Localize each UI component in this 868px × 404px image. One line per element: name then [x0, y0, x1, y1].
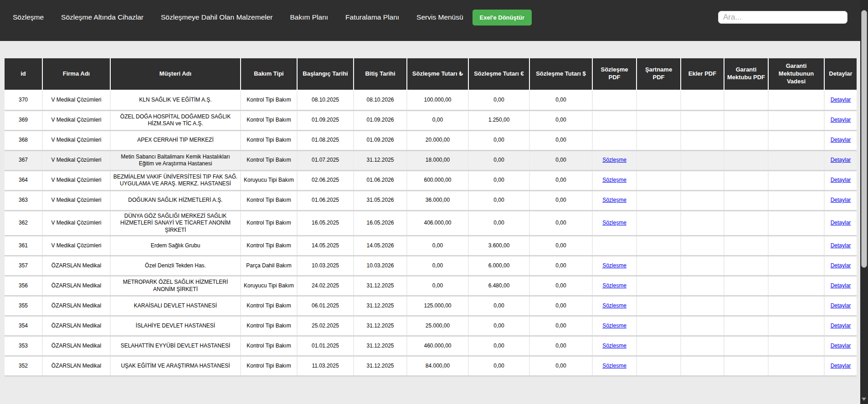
- cell-baslangic: 24.02.2025: [297, 276, 354, 296]
- detaylar-link[interactable]: Detaylar: [831, 97, 851, 103]
- cell-garanti_mektubu_pdf: [724, 90, 768, 110]
- detaylar-link[interactable]: Detaylar: [831, 363, 851, 369]
- cell-ekler_pdf: [681, 356, 724, 376]
- cell-firma: V Medikal Çözümleri: [42, 236, 110, 256]
- cell-detaylar: Detaylar: [824, 296, 857, 316]
- table-row: 369V Medikal ÇözümleriÖZEL DOĞA HOSPİTAL…: [5, 110, 857, 130]
- cell-tutar_tl: 100.000,00: [407, 90, 468, 110]
- cell-tutar_tl: 20.000,00: [407, 130, 468, 150]
- cell-sartname_pdf: [637, 236, 681, 256]
- column-header-bitis: Bitiş Tarihi: [354, 58, 407, 90]
- nav-item-bakim-plani[interactable]: Bakım Planı: [290, 13, 329, 21]
- cell-sozlesme_pdf: Sözleşme: [592, 296, 637, 316]
- detaylar-link[interactable]: Detaylar: [831, 343, 851, 349]
- cell-tutar_usd: 0,00: [529, 256, 592, 276]
- nav-item-servis-menusu[interactable]: Servis Menüsü: [416, 13, 463, 21]
- cell-tutar_eur: 0,00: [468, 336, 529, 356]
- cell-detaylar: Detaylar: [824, 356, 857, 376]
- vertical-scrollbar[interactable]: [860, 0, 868, 404]
- detaylar-link[interactable]: Detaylar: [831, 220, 851, 226]
- cell-sartname_pdf: [637, 336, 681, 356]
- cell-garanti_vadesi: [768, 316, 824, 336]
- detaylar-link[interactable]: Detaylar: [831, 117, 851, 123]
- export-excel-button[interactable]: Exel'e Dönüştür: [473, 10, 532, 26]
- scrollbar-thumb[interactable]: [861, 10, 867, 268]
- table-row: 363V Medikal ÇözümleriDOĞUKAN SAĞLIK HİZ…: [5, 190, 857, 210]
- cell-detaylar: Detaylar: [824, 150, 857, 170]
- cell-id: 355: [5, 296, 42, 316]
- table-row: 361V Medikal ÇözümleriErdem Sağlık Grubu…: [5, 236, 857, 256]
- cell-garanti_mektubu_pdf: [724, 110, 768, 130]
- column-header-sozlesme_pdf: Sözleşme PDF: [592, 58, 637, 90]
- table-row: 364V Medikal ÇözümleriBEZMİALEM VAKIF ÜN…: [5, 170, 857, 190]
- cell-bakim: Kontrol Tipi Bakım: [241, 210, 297, 236]
- table-row: 353ÖZARSLAN MedikalSELAHATTİN EYYÜBİ DEV…: [5, 336, 857, 356]
- cell-baslangic: 08.10.2025: [297, 90, 354, 110]
- cell-firma: ÖZARSLAN Medikal: [42, 336, 110, 356]
- cell-ekler_pdf: [681, 296, 724, 316]
- nav-item-faturalama-plani[interactable]: Faturalama Planı: [345, 13, 399, 21]
- scrollbar-down-arrow-icon[interactable]: [862, 398, 866, 401]
- cell-garanti_vadesi: [768, 90, 824, 110]
- detaylar-link[interactable]: Detaylar: [831, 137, 851, 143]
- cell-detaylar: Detaylar: [824, 210, 857, 236]
- cell-garanti_vadesi: [768, 110, 824, 130]
- cell-id: 356: [5, 276, 42, 296]
- cell-baslangic: 16.05.2025: [297, 210, 354, 236]
- cell-sartname_pdf: [637, 130, 681, 150]
- cell-musteri: METROPARK ÖZEL SAĞLIK HİZMETLERİ ANONİM …: [110, 276, 241, 296]
- sozlesme-pdf-link[interactable]: Sözleşme: [602, 262, 627, 269]
- column-header-firma: Firma Adı: [42, 58, 110, 90]
- cell-sartname_pdf: [637, 256, 681, 276]
- cell-tutar_usd: 0,00: [529, 236, 592, 256]
- cell-musteri: ÖZEL DOĞA HOSPİTAL DOĞAMED SAĞLIK HİZM.S…: [110, 110, 241, 130]
- column-header-sartname_pdf: Şartname PDF: [637, 58, 681, 90]
- sozlesme-pdf-link[interactable]: Sözleşme: [602, 220, 627, 226]
- nav-item-sozlesmeye-dahil-olan-malzemeler[interactable]: Sözleşmeye Dahil Olan Malzemeler: [161, 13, 273, 21]
- sozlesme-pdf-link[interactable]: Sözleşme: [602, 157, 627, 163]
- cell-id: 367: [5, 150, 42, 170]
- cell-id: 370: [5, 90, 42, 110]
- cell-garanti_mektubu_pdf: [724, 150, 768, 170]
- sozlesme-pdf-link[interactable]: Sözleşme: [602, 363, 627, 369]
- sozlesme-pdf-link[interactable]: Sözleşme: [602, 322, 627, 329]
- detaylar-link[interactable]: Detaylar: [831, 282, 851, 289]
- detaylar-link[interactable]: Detaylar: [831, 157, 851, 163]
- cell-firma: V Medikal Çözümleri: [42, 190, 110, 210]
- sozlesme-pdf-link[interactable]: Sözleşme: [602, 302, 627, 309]
- cell-sozlesme_pdf: Sözleşme: [592, 210, 637, 236]
- cell-baslangic: 01.08.2025: [297, 130, 354, 150]
- cell-detaylar: Detaylar: [824, 110, 857, 130]
- cell-garanti_vadesi: [768, 356, 824, 376]
- sozlesme-pdf-link[interactable]: Sözleşme: [602, 282, 627, 289]
- cell-bitis: 31.05.2026: [354, 190, 407, 210]
- detaylar-link[interactable]: Detaylar: [831, 262, 851, 269]
- sozlesme-pdf-link[interactable]: Sözleşme: [602, 197, 627, 203]
- cell-garanti_vadesi: [768, 190, 824, 210]
- nav-item-sozlesme-altinda-cihazlar[interactable]: Sözleşme Altında Cihazlar: [61, 13, 144, 21]
- detaylar-link[interactable]: Detaylar: [831, 177, 851, 183]
- search-input[interactable]: [718, 11, 847, 24]
- cell-tutar_usd: 0,00: [529, 296, 592, 316]
- cell-tutar_usd: 0,00: [529, 210, 592, 236]
- cell-tutar_usd: 0,00: [529, 110, 592, 130]
- detaylar-link[interactable]: Detaylar: [831, 242, 851, 249]
- cell-bitis: 31.12.2025: [354, 356, 407, 376]
- cell-garanti_mektubu_pdf: [724, 256, 768, 276]
- detaylar-link[interactable]: Detaylar: [831, 322, 851, 329]
- sozlesme-pdf-link[interactable]: Sözleşme: [602, 177, 627, 183]
- detaylar-link[interactable]: Detaylar: [831, 197, 851, 203]
- cell-garanti_vadesi: [768, 170, 824, 190]
- cell-sozlesme_pdf: Sözleşme: [592, 356, 637, 376]
- cell-detaylar: Detaylar: [824, 90, 857, 110]
- cell-bitis: 01.09.2026: [354, 130, 407, 150]
- cell-firma: ÖZARSLAN Medikal: [42, 256, 110, 276]
- cell-firma: V Medikal Çözümleri: [42, 150, 110, 170]
- cell-id: 363: [5, 190, 42, 210]
- nav-item-sozlesme[interactable]: Sözleşme: [13, 13, 44, 21]
- cell-sartname_pdf: [637, 296, 681, 316]
- detaylar-link[interactable]: Detaylar: [831, 302, 851, 309]
- table-row: 368V Medikal ÇözümleriAPEX CERRAHİ TIP M…: [5, 130, 857, 150]
- sozlesme-pdf-link[interactable]: Sözleşme: [602, 343, 627, 349]
- cell-baslangic: 10.03.2025: [297, 256, 354, 276]
